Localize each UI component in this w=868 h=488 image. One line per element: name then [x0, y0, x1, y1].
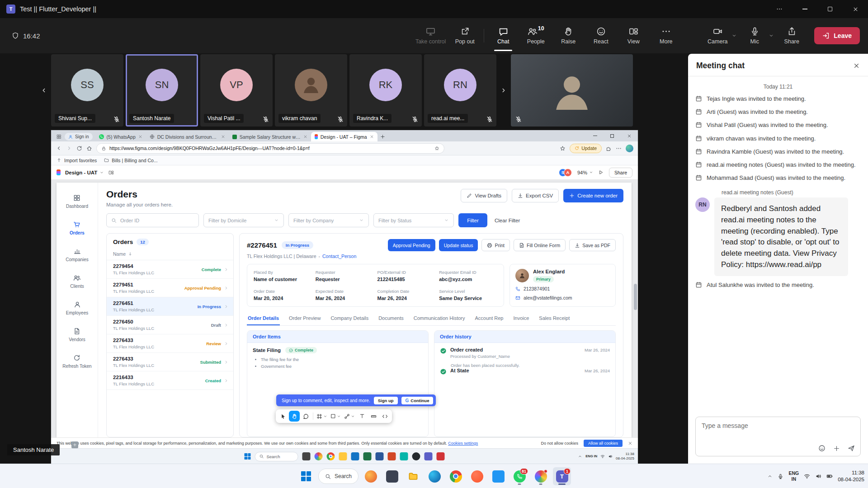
create-new-order-button[interactable]: Create new order: [563, 189, 623, 202]
browser-profile-avatar[interactable]: [626, 145, 633, 152]
hidden-icons-chevron[interactable]: [578, 454, 582, 459]
browser-tab[interactable]: DC Divisions and Surroundings: [146, 132, 229, 141]
app-icon[interactable]: [383, 467, 401, 485]
vscode-app-icon[interactable]: [489, 467, 507, 485]
edge-app-icon[interactable]: [425, 467, 443, 485]
raise-hand-button[interactable]: Raise: [552, 18, 585, 53]
mic-tray-icon[interactable]: [778, 474, 783, 479]
filter-apply-button[interactable]: Filter: [458, 213, 487, 227]
chrome-app-icon[interactable]: [447, 467, 465, 485]
close-cookie-icon[interactable]: [628, 441, 632, 446]
save-as-pdf-button[interactable]: Save as PDF: [569, 239, 616, 251]
share-button[interactable]: Share: [775, 18, 808, 53]
excel-app-icon[interactable]: [363, 452, 372, 460]
attach-plus-icon[interactable]: [833, 445, 840, 452]
browser-maximize-button[interactable]: [604, 130, 621, 141]
comment-tool-icon[interactable]: [300, 411, 311, 422]
file-explorer-icon[interactable]: [404, 467, 422, 485]
approval-pending-button[interactable]: Approval Pending: [388, 239, 435, 251]
cookie-settings-link[interactable]: Cookies settings: [448, 441, 478, 446]
teams-app-icon[interactable]: 1: [553, 467, 571, 485]
react-button[interactable]: React: [585, 18, 617, 53]
message-input[interactable]: Type a message: [695, 417, 861, 456]
present-play-icon[interactable]: [599, 170, 604, 175]
scrollbar-thumb[interactable]: [634, 284, 637, 310]
refresh-icon[interactable]: [76, 145, 82, 151]
order-id-search-input[interactable]: Order ID: [106, 213, 199, 227]
browser-close-button[interactable]: [621, 130, 638, 141]
order-row[interactable]: 2279451TL Flex Holdings LLC Approval Pen…: [107, 279, 233, 297]
chat-messages[interactable]: Today 11:21 Tejas Ingle was invited to t…: [688, 76, 868, 412]
app-icon[interactable]: [302, 452, 311, 460]
browser-tab-active[interactable]: Design - UAT – Figma: [311, 132, 377, 141]
chat-button[interactable]: Chat: [487, 18, 519, 53]
cursor-tool-icon[interactable]: [278, 411, 288, 422]
figma-canvas[interactable]: Dashboard Orders Companies Clients Emplo…: [51, 180, 638, 437]
contact-email[interactable]: alex@vstatefilings.com: [515, 295, 610, 300]
take-control-button[interactable]: Take control: [413, 18, 448, 53]
shared-clock[interactable]: 11:38 08-04-2025: [616, 452, 634, 461]
order-row[interactable]: 2279454TL Flex Holdings LLC Complete: [107, 260, 233, 279]
participant-tile-speaking[interactable]: SN Santosh Narate: [126, 54, 198, 127]
shared-language-indicator[interactable]: ENG IN: [585, 455, 597, 459]
participant-tile[interactable]: VP Vishal Patil ...: [200, 54, 273, 127]
filter-status-select[interactable]: Filter by Status: [373, 213, 454, 227]
view-drafts-button[interactable]: View Drafts: [461, 189, 507, 202]
shape-tool-icon[interactable]: [329, 411, 342, 422]
taskbar-search-box[interactable]: Search: [318, 469, 359, 484]
filter-domicile-select[interactable]: Filter by Domicile: [203, 213, 284, 227]
figma-share-button[interactable]: Share: [609, 168, 632, 178]
start-button[interactable]: [297, 467, 315, 485]
tab-order-details[interactable]: Order Details: [247, 312, 280, 325]
update-status-button[interactable]: Update status: [439, 239, 478, 251]
list-column-header[interactable]: Name: [107, 249, 233, 260]
previous-participants-button[interactable]: [39, 54, 49, 127]
participant-tile[interactable]: vikram chavan: [275, 54, 347, 127]
sidebar-item-employees[interactable]: Employees: [66, 301, 88, 315]
minimize-button[interactable]: [792, 0, 817, 18]
back-icon[interactable]: [56, 145, 62, 151]
app-icon[interactable]: [400, 452, 408, 460]
order-row-selected[interactable]: 2276451TL Flex Holdings LLC In Progress: [107, 297, 233, 316]
text-tool-icon[interactable]: [357, 411, 368, 422]
order-row[interactable]: 2276433TL Flex Holdings LLC Review: [107, 334, 233, 353]
chrome-app-icon[interactable]: [327, 452, 335, 460]
bookmark-star-icon[interactable]: [434, 146, 439, 151]
photos-app-icon[interactable]: [315, 452, 323, 460]
address-bar[interactable]: https://www.figma.com/design/9BKQ0FOHRWa…: [96, 143, 444, 154]
powerpoint-app-icon[interactable]: [388, 452, 396, 460]
tab-company-details[interactable]: Company Details: [330, 312, 369, 325]
view-button[interactable]: View: [617, 18, 650, 53]
sidebar-item-refresh-token[interactable]: Refresh Token: [62, 354, 91, 369]
ruler-tool-icon[interactable]: [368, 411, 379, 422]
leave-button[interactable]: Leave: [814, 27, 860, 44]
emoji-icon[interactable]: [818, 445, 826, 452]
frame-tool-icon[interactable]: [315, 411, 329, 422]
canvas-scrollbar[interactable]: [634, 234, 637, 428]
browser-profile-app-icon[interactable]: [532, 467, 550, 485]
close-tab-icon[interactable]: [221, 135, 225, 139]
participant-tile-video[interactable]: [511, 54, 633, 127]
clock[interactable]: 11:38 08-04-2025: [838, 469, 864, 483]
pdf-app-icon[interactable]: [437, 452, 445, 460]
print-button[interactable]: Print: [481, 239, 510, 251]
wifi-icon[interactable]: [804, 473, 810, 479]
import-favorites-button[interactable]: Import favorites: [57, 158, 97, 163]
collaborator-avatar[interactable]: A: [564, 169, 572, 177]
volume-icon[interactable]: [608, 454, 613, 459]
forward-icon[interactable]: [66, 145, 72, 151]
more-button[interactable]: More: [650, 18, 682, 53]
order-row[interactable]: 2216433TL Flex Holdings LLC Created: [107, 371, 233, 390]
figma-file-name[interactable]: Design - UAT: [65, 170, 97, 175]
fill-online-form-button[interactable]: Fill Online Form: [514, 239, 566, 251]
tab-account-rep[interactable]: Account Rep: [474, 312, 505, 325]
close-chat-button[interactable]: [853, 62, 860, 69]
browser-tab[interactable]: Sample Salary Structure with cal...: [229, 132, 311, 141]
close-tab-icon[interactable]: [138, 135, 142, 139]
tab-invoice[interactable]: Invoice: [512, 312, 530, 325]
close-tab-icon[interactable]: [370, 135, 374, 139]
sidebar-item-companies[interactable]: Companies: [66, 248, 89, 262]
file-menu-chevron-icon[interactable]: [99, 170, 104, 175]
tab-actions-icon[interactable]: [54, 132, 64, 141]
allow-cookies-button[interactable]: Allow all cookies: [584, 440, 623, 447]
